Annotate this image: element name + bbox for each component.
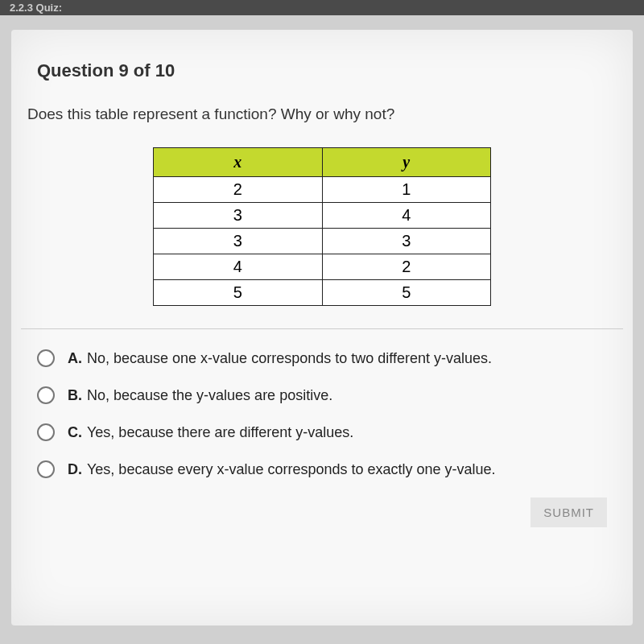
choice-text: B.No, because the y-values are positive. bbox=[68, 387, 332, 404]
divider bbox=[21, 328, 623, 329]
table-row: 2 1 bbox=[154, 177, 491, 203]
radio-icon[interactable] bbox=[37, 349, 55, 367]
cell: 2 bbox=[322, 254, 491, 280]
table-row: 3 4 bbox=[154, 203, 491, 229]
cell: 5 bbox=[322, 280, 491, 306]
table-row: 4 2 bbox=[154, 254, 491, 280]
quiz-page: Question 9 of 10 Does this table represe… bbox=[11, 30, 633, 625]
radio-icon[interactable] bbox=[37, 423, 55, 441]
col-header-y: y bbox=[322, 148, 491, 177]
choice-d[interactable]: D.Yes, because every x-value corresponds… bbox=[37, 460, 623, 478]
cell: 5 bbox=[154, 280, 323, 306]
data-table-wrap: x y 2 1 3 4 3 3 4 2 bbox=[21, 147, 623, 306]
choice-text: C.Yes, because there are different y-val… bbox=[68, 424, 353, 441]
question-prompt: Does this table represent a function? Wh… bbox=[27, 105, 623, 123]
cell: 1 bbox=[322, 177, 491, 203]
col-header-x: x bbox=[154, 148, 323, 177]
question-number: Question 9 of 10 bbox=[37, 60, 623, 81]
cell: 4 bbox=[322, 203, 491, 229]
table-row: 3 3 bbox=[154, 229, 491, 254]
submit-area: SUBMIT bbox=[21, 497, 623, 527]
table-row: 5 5 bbox=[154, 280, 491, 306]
breadcrumb: 2.2.3 Quiz: bbox=[0, 0, 644, 15]
choice-text: A.No, because one x-value corresponds to… bbox=[68, 350, 492, 367]
choice-c[interactable]: C.Yes, because there are different y-val… bbox=[37, 423, 623, 441]
radio-icon[interactable] bbox=[37, 460, 55, 478]
cell: 4 bbox=[154, 254, 323, 280]
radio-icon[interactable] bbox=[37, 386, 55, 404]
choice-text: D.Yes, because every x-value corresponds… bbox=[68, 461, 496, 478]
data-table: x y 2 1 3 4 3 3 4 2 bbox=[153, 147, 491, 306]
choice-b[interactable]: B.No, because the y-values are positive. bbox=[37, 386, 623, 404]
choice-a[interactable]: A.No, because one x-value corresponds to… bbox=[37, 349, 623, 367]
cell: 2 bbox=[154, 177, 323, 203]
cell: 3 bbox=[154, 203, 323, 229]
cell: 3 bbox=[322, 229, 491, 254]
submit-button[interactable]: SUBMIT bbox=[530, 497, 607, 527]
cell: 3 bbox=[154, 229, 323, 254]
table-header-row: x y bbox=[154, 148, 491, 177]
